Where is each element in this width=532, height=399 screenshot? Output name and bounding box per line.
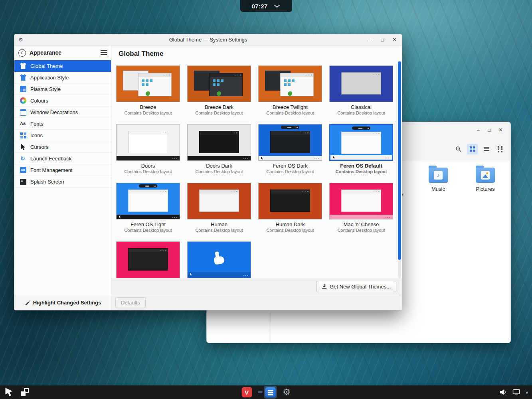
sidebar-item-icons[interactable]: Icons	[14, 130, 111, 141]
picture-icon	[481, 171, 490, 180]
sidebar-item-splash-screen[interactable]: Splash Screen	[14, 176, 111, 188]
theme-card-human-dark[interactable]: Human Dark Contains Desktop layout	[258, 183, 322, 233]
details-view-button[interactable]	[495, 144, 506, 154]
mini-taskbar	[330, 155, 392, 160]
mini-window	[341, 132, 381, 154]
highlight-changed-settings[interactable]: Highlight Changed Settings	[14, 295, 111, 310]
mini-tray-dots	[172, 216, 178, 218]
icons-icon	[20, 132, 26, 138]
folder-icon	[476, 168, 495, 183]
theme-card-partial[interactable]	[187, 241, 251, 278]
theme-caption: Contains Desktop layout	[329, 111, 393, 115]
theme-card-feren-os-dark[interactable]: Feren OS Dark Contains Desktop layout	[258, 124, 322, 174]
mini-titlebar	[281, 73, 313, 77]
scrollbar-thumb[interactable]	[398, 61, 401, 260]
theme-thumbnail	[258, 183, 322, 219]
theme-card-feren-os-default[interactable]: Feren OS Default Contains Desktop layout	[329, 124, 393, 174]
font-management-icon	[20, 167, 26, 173]
mini-window	[199, 190, 239, 212]
mini-cursor-icon	[190, 273, 192, 276]
list-view-button[interactable]	[481, 144, 492, 154]
mini-taskbar	[188, 272, 251, 278]
scrollbar-track[interactable]	[398, 61, 401, 278]
folder-pictures[interactable]: Pictures	[465, 168, 505, 192]
minimize-button[interactable]: −	[477, 127, 480, 133]
sidebar-item-global-theme[interactable]: Global Theme	[14, 60, 111, 72]
maximize-button[interactable]: □	[488, 128, 490, 132]
theme-caption: Contains Desktop layout	[258, 169, 322, 174]
window-switcher-icon[interactable]	[21, 388, 29, 396]
theme-thumbnail	[258, 124, 322, 161]
mini-window-controls	[164, 73, 170, 77]
sidebar-item-launch-feedback[interactable]: Launch Feedback	[14, 153, 111, 164]
gear-icon[interactable]	[283, 388, 291, 397]
mini-window	[280, 73, 314, 96]
chevron-down-icon[interactable]	[274, 4, 280, 8]
sidebar-item-colours[interactable]: Colours	[14, 95, 111, 107]
feren-logo-icon[interactable]	[4, 387, 14, 397]
display-icon[interactable]	[512, 389, 520, 395]
mini-window-controls	[160, 131, 167, 135]
panel-expand-icon[interactable]: ▲	[525, 390, 529, 394]
mini-panel-pill	[352, 126, 370, 130]
get-new-themes-label: Get New Global Themes...	[330, 284, 391, 290]
splash-screen-icon	[20, 179, 26, 185]
mini-window	[138, 73, 172, 96]
vivaldi-icon[interactable]: V	[241, 387, 252, 397]
mini-window-controls	[373, 190, 380, 194]
grid-view-button[interactable]	[467, 144, 478, 154]
theme-card-classical[interactable]: Classical Contains Desktop layout	[329, 65, 393, 115]
defaults-button[interactable]: Defaults	[115, 297, 146, 308]
sidebar-item-cursors[interactable]: Cursors	[14, 141, 111, 153]
minimize-button[interactable]: −	[369, 37, 372, 43]
sidebar-item-plasma-style[interactable]: Plasma Style	[14, 83, 111, 95]
folder-label: Pictures	[465, 186, 505, 192]
mini-titlebar	[342, 73, 381, 76]
theme-card-human[interactable]: Human Contains Desktop layout	[187, 183, 251, 233]
mini-cursor-icon	[261, 157, 263, 160]
theme-card-breeze-dark[interactable]: Breeze Dark Contains Desktop layout	[187, 65, 251, 115]
sidebar-item-font-management[interactable]: Font Management	[14, 164, 111, 176]
plasma-style-icon	[20, 86, 26, 92]
theme-thumbnail	[187, 65, 251, 102]
theme-card-breeze[interactable]: Breeze Contains Desktop layout	[116, 65, 180, 115]
theme-card-feren-os-light[interactable]: Feren OS Light Contains Desktop layout	[116, 183, 180, 233]
mini-titlebar	[342, 190, 381, 194]
clock[interactable]: 07:27	[252, 3, 268, 10]
settings-content: Global Theme Breeze Contains Desktop lay…	[111, 45, 402, 310]
get-new-themes-button[interactable]: Get New Global Themes...	[316, 281, 396, 292]
sidebar-item-label: Fonts	[30, 121, 44, 127]
sidebar-item-label: Launch Feedback	[30, 156, 71, 162]
mini-window-controls	[302, 190, 309, 194]
sidebar-item-window-decorations[interactable]: Window Decorations	[14, 107, 111, 118]
mini-tray-dots	[386, 216, 391, 218]
theme-thumbnail	[116, 183, 180, 219]
sidebar-item-fonts[interactable]: Fonts	[14, 118, 111, 130]
mini-tray-dots	[243, 157, 249, 159]
theme-card-doors-dark[interactable]: Doors Dark Contains Desktop layout	[187, 124, 251, 174]
mini-tray-dots	[385, 156, 390, 158]
sidebar-item-label: Plasma Style	[30, 86, 61, 92]
sidebar-item-application-style[interactable]: Application Style	[14, 72, 111, 83]
system-settings-icon[interactable]	[265, 387, 275, 397]
mini-taskbar	[188, 156, 251, 160]
theme-card-doors[interactable]: Doors Contains Desktop layout	[116, 124, 180, 174]
mini-window-controls	[231, 131, 238, 135]
close-button[interactable]: ×	[499, 127, 502, 133]
volume-icon[interactable]	[499, 389, 507, 395]
search-icon[interactable]	[453, 144, 464, 154]
back-button[interactable]	[18, 49, 26, 57]
theme-card-breeze-twilight[interactable]: Breeze Twilight Contains Desktop layout	[258, 65, 322, 115]
settings-titlebar[interactable]: Global Theme — System Settings − □ ×	[14, 34, 402, 45]
folder-music[interactable]: Music	[418, 168, 458, 192]
theme-card-mac-n-cheese[interactable]: Mac 'n' Cheese Contains Desktop layout	[329, 183, 393, 233]
close-button[interactable]: ×	[393, 37, 396, 43]
active-app-highlight	[264, 386, 277, 399]
theme-card-partial[interactable]	[116, 241, 180, 278]
maximize-button[interactable]: □	[381, 38, 384, 42]
mini-window	[199, 131, 239, 153]
theme-grid: Breeze Contains Desktop layout Breeze Da…	[111, 61, 402, 278]
application-style-icon	[20, 74, 26, 81]
mini-window	[209, 73, 243, 96]
hamburger-menu-icon[interactable]	[101, 50, 107, 55]
